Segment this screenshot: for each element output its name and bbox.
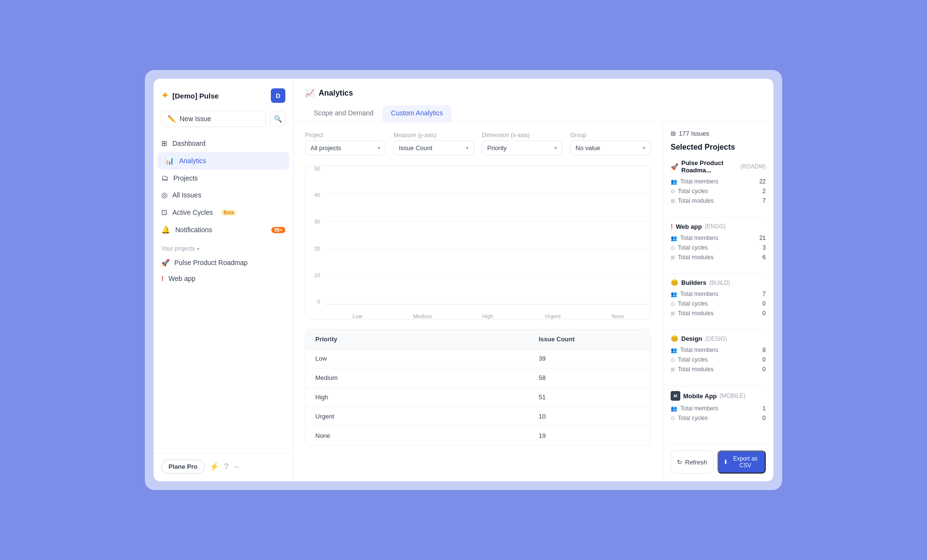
chevron-down-icon: ▾	[378, 145, 380, 151]
project-name: Mobile App	[683, 392, 717, 400]
refresh-icon: ↻	[677, 459, 682, 466]
modules-icon: ⊞	[671, 366, 675, 373]
members-value: 22	[759, 178, 766, 185]
project-stat: 👥 Total members 22	[671, 177, 766, 186]
sidebar-footer: Plane Pro ⚡ ? ←	[154, 453, 293, 474]
cycles-icon: ⊙	[671, 188, 675, 195]
members-icon: 👥	[671, 406, 677, 412]
y-axis: 50 40 30 20 10 0	[306, 166, 320, 305]
lightning-icon[interactable]: ⚡	[210, 462, 219, 471]
export-csv-button[interactable]: ⬇ Export as CSV	[717, 450, 766, 474]
analytics-icon: 📊	[165, 156, 174, 165]
project-card-pulse: 🚀 Pulse Product Roadma... (ROADM) 👥 Tota…	[671, 159, 766, 206]
divider	[671, 386, 766, 386]
chart-panel: Project All projects ▾ Measure (y-axis) …	[294, 122, 662, 481]
divider	[671, 217, 766, 218]
sidebar-item-label: Projects	[173, 174, 198, 182]
project-stat: 👥 Total members 7	[671, 289, 766, 299]
cell-count: 51	[529, 388, 650, 406]
exclaim-icon: !	[161, 274, 164, 282]
refresh-button[interactable]: ↻ Refresh	[671, 450, 714, 474]
sidebar-item-active-cycles[interactable]: ⊡ Active Cycles Beta	[154, 204, 293, 221]
sidebar-item-label: Notifications	[175, 226, 212, 234]
main-content: 📈 Analytics Scope and Demand Custom Anal…	[294, 79, 773, 481]
sidebar-item-label: Dashboard	[172, 140, 206, 147]
sidebar-item-all-issues[interactable]: ◎ All Issues	[154, 186, 293, 204]
filter-dimension-select[interactable]: Priority ▾	[482, 140, 562, 155]
project-card-mobile: M Mobile App (MOBILE) 👥 Total members 1	[671, 391, 766, 423]
exclaim-icon: !	[671, 223, 673, 230]
members-icon: 👥	[671, 291, 677, 297]
edit-icon: ✏️	[168, 115, 176, 123]
filter-project: Project All projects ▾	[305, 132, 386, 155]
rocket-icon: 🚀	[671, 163, 678, 170]
emoji-icon: 😊	[671, 335, 678, 342]
sidebar-item-label: Analytics	[179, 157, 206, 165]
chart-area: 50 40 30 20 10 0	[305, 165, 651, 320]
project-web-app[interactable]: ! Web app	[154, 270, 293, 286]
help-icon[interactable]: ?	[224, 462, 228, 471]
project-name: Design	[681, 335, 702, 342]
filter-group-select[interactable]: No value ▾	[570, 140, 651, 155]
project-code: (BUILD)	[709, 280, 730, 286]
project-stat: 👥 Total members 1	[671, 404, 766, 413]
new-issue-button[interactable]: ✏️ New Issue	[161, 111, 266, 127]
project-code: (ROADM)	[740, 163, 766, 170]
cell-priority: Medium	[306, 368, 529, 387]
bars-container	[325, 166, 650, 305]
export-label: Export as CSV	[731, 455, 760, 469]
tab-custom-analytics[interactable]: Custom Analytics	[382, 105, 451, 122]
tabs: Scope and Demand Custom Analytics	[305, 105, 762, 122]
project-card-builders: 😊 Builders (BUILD) 👥 Total members 7	[671, 279, 766, 318]
filter-project-label: Project	[305, 132, 386, 139]
cell-priority: None	[306, 426, 529, 445]
project-stat: ⊞ Total modules 6	[671, 252, 766, 262]
project-card-design: 😊 Design (DESIG) 👥 Total members 8	[671, 335, 766, 374]
cycles-icon: ⊙	[671, 245, 675, 251]
cycles-value: 3	[762, 244, 766, 251]
avatar[interactable]: D	[271, 88, 285, 103]
selected-projects-title: Selected Projects	[671, 143, 766, 152]
col-priority: Priority	[306, 330, 529, 349]
cell-priority: Urgent	[306, 407, 529, 426]
filter-project-select[interactable]: All projects ▾	[305, 140, 386, 155]
tab-scope-demand[interactable]: Scope and Demand	[305, 105, 382, 122]
beta-badge: Beta	[221, 210, 237, 216]
chevron-down-icon: ▾	[643, 145, 646, 151]
issues-icon: ⊞	[671, 130, 676, 137]
sidebar-item-dashboard[interactable]: ⊞ Dashboard	[154, 135, 293, 152]
sidebar-item-analytics[interactable]: 📊 Analytics	[157, 152, 289, 169]
sidebar-item-projects[interactable]: 🗂 Projects	[154, 169, 293, 186]
project-stat: ⊞ Total modules 0	[671, 364, 766, 374]
plane-pro-button[interactable]: Plane Pro	[161, 460, 205, 474]
cell-priority: Low	[306, 349, 529, 368]
members-value: 21	[759, 235, 766, 241]
cell-count: 39	[529, 349, 650, 368]
cycles-value: 0	[762, 300, 766, 307]
project-label: Web app	[169, 275, 196, 282]
analytics-title-icon: 📈	[305, 88, 315, 98]
issues-summary: ⊞ 177 Issues	[671, 130, 766, 137]
sidebar-item-notifications[interactable]: 🔔 Notifications 99+	[154, 221, 293, 238]
filter-measure-select[interactable]: Issue Count ▾	[393, 140, 474, 155]
chevron-down-icon: ▾	[554, 145, 557, 151]
projects-icon: 🗂	[161, 174, 169, 182]
search-button[interactable]: 🔍	[270, 111, 285, 126]
filter-dimension: Dimension (x-axis) Priority ▾	[482, 132, 562, 155]
project-stat: ⊙ Total cycles 0	[671, 299, 766, 308]
notifications-icon: 🔔	[161, 225, 170, 234]
panel-footer: ↻ Refresh ⬇ Export as CSV	[671, 444, 766, 474]
filter-measure-label: Measure (y-axis)	[393, 132, 474, 139]
search-icon: 🔍	[274, 115, 282, 123]
cycles-icon: ⊙	[671, 357, 675, 363]
members-value: 1	[762, 405, 766, 412]
filter-group-label: Group	[570, 132, 651, 139]
cell-count: 19	[529, 426, 650, 445]
filter-measure: Measure (y-axis) Issue Count ▾	[393, 132, 474, 155]
cycles-icon: ⊙	[671, 301, 675, 307]
project-pulse-roadmap[interactable]: 🚀 Pulse Product Roadmap	[154, 255, 293, 270]
divider	[671, 274, 766, 274]
cycles-value: 0	[762, 415, 766, 421]
back-icon[interactable]: ←	[233, 462, 241, 471]
filter-group: Group No value ▾	[570, 132, 651, 155]
